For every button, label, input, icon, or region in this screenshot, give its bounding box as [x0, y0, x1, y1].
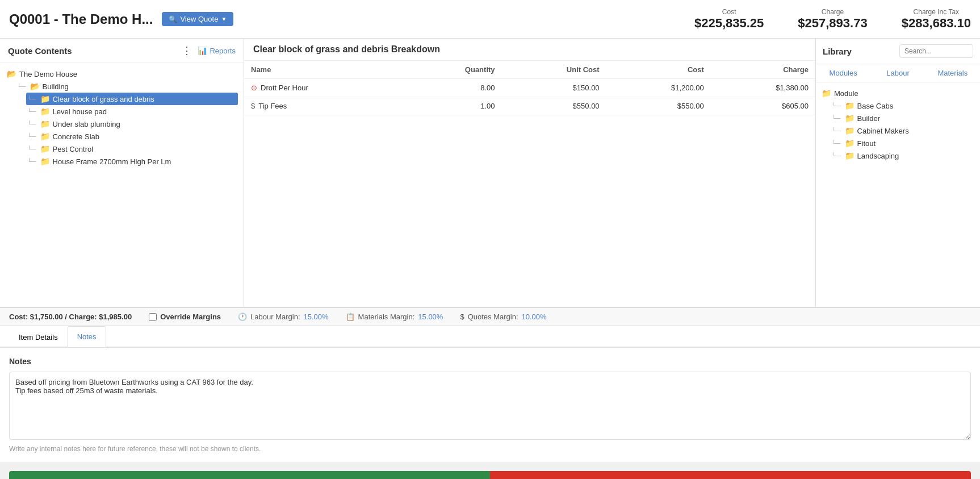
table-row[interactable]: ⊙Drott Per Hour 8.00 $150.00 $1,200.00 $…	[244, 79, 815, 97]
content-area: Clear block of grass and debris Breakdow…	[244, 39, 815, 307]
tree-item[interactable]: └─📁Under slab plumbing	[26, 118, 238, 130]
tree-item[interactable]: └─📁House Frame 2700mm High Per Lm	[26, 155, 238, 168]
chevron-down-icon: ▼	[221, 16, 227, 22]
row-name: $Tip Fees	[244, 97, 404, 115]
tree-area: 📂The Demo House└─📂Building└─📁Clear block…	[0, 63, 244, 307]
breakdown-title: Clear block of grass and debris Breakdow…	[244, 39, 815, 61]
cost-value: $225,835.25	[694, 16, 764, 31]
row-name: ⊙Drott Per Hour	[244, 79, 404, 97]
tree-item[interactable]: └─📂Building	[16, 80, 238, 93]
tree-item-label: Concrete Slab	[53, 132, 99, 141]
tabs-row: Item Details Notes	[0, 326, 980, 347]
search-icon: 🔍	[169, 15, 177, 23]
sidebar-actions: ⋮ 📊 Reports	[182, 44, 236, 57]
charge-separator: / Charge:	[65, 313, 97, 321]
tab-item-details[interactable]: Item Details	[9, 326, 68, 347]
sidebar-title: Quote Contents	[8, 46, 72, 56]
clock-icon: ⊙	[251, 84, 257, 92]
lib-tree-item-label: Builder	[857, 114, 880, 123]
main-layout: Quote Contents ⋮ 📊 Reports 📂The Demo Hou…	[0, 39, 980, 307]
folder-icon: 📁	[40, 157, 50, 166]
reports-label: Reports	[210, 47, 236, 55]
col-charge: Charge	[711, 61, 815, 79]
top-header: Q0001 - The Demo H... 🔍 View Quote ▼ Cos…	[0, 0, 980, 39]
lib-tree-item[interactable]: └─📁Cabinet Makers	[832, 124, 974, 137]
row-cost: $550.00	[606, 97, 711, 115]
library-panel: Library Modules Labour Materials 📁Module…	[815, 39, 980, 307]
sidebar-header: Quote Contents ⋮ 📊 Reports	[0, 39, 244, 63]
tree-item[interactable]: └─📁Pest Control	[26, 143, 238, 155]
override-margins-checkbox[interactable]	[149, 313, 157, 321]
materials-margin: 📋 Materials Margin: 15.00%	[346, 313, 443, 321]
quotes-margin-label: Quotes Margin:	[468, 313, 518, 321]
status-bar: Cost: $1,750.00 / Charge: $1,985.00 Over…	[0, 307, 980, 326]
folder-icon: 📁	[822, 89, 831, 98]
folder-icon: 📁	[845, 101, 855, 110]
col-name: Name	[244, 61, 404, 79]
view-quote-button[interactable]: 🔍 View Quote ▼	[162, 12, 233, 26]
clock-icon: 🕐	[238, 313, 247, 321]
folder-icon: 📁	[845, 114, 855, 123]
tree-item[interactable]: 📂The Demo House	[6, 68, 238, 80]
row-unit-cost: $150.00	[502, 79, 606, 97]
library-tree: 📁Module└─📁Base Cabs└─📁Builder└─📁Cabinet …	[816, 82, 980, 307]
folder-icon: 📁	[845, 151, 855, 160]
library-header: Library	[816, 39, 980, 64]
lib-tree-item[interactable]: └─📁Fitout	[832, 137, 974, 149]
reports-button[interactable]: 📊 Reports	[198, 46, 236, 55]
row-quantity: 1.00	[404, 97, 502, 115]
tree-item[interactable]: └─📁Clear block of grass and debris	[26, 93, 238, 105]
col-unit-cost: Unit Cost	[502, 61, 606, 79]
tab-materials[interactable]: Materials	[925, 64, 980, 82]
tabs-section: Item Details Notes	[0, 326, 980, 348]
row-charge: $1,380.00	[711, 79, 815, 97]
sidebar: Quote Contents ⋮ 📊 Reports 📂The Demo Hou…	[0, 39, 244, 307]
dollar-icon: $	[460, 313, 464, 321]
cancel-button[interactable]: Cancel	[490, 471, 971, 479]
tree-item-label: The Demo House	[19, 70, 77, 78]
col-quantity: Quantity	[404, 61, 502, 79]
header-stats: Cost $225,835.25 Charge $257,893.73 Char…	[694, 8, 971, 31]
lib-tree-item-label: Landscaping	[857, 152, 899, 160]
dots-menu-icon[interactable]: ⋮	[182, 44, 192, 57]
lib-tree-item[interactable]: └─📁Base Cabs	[832, 99, 974, 112]
cost-stat: Cost $225,835.25	[694, 8, 764, 31]
tab-notes[interactable]: Notes	[68, 326, 106, 347]
lib-tree-item[interactable]: 📁Module	[822, 87, 974, 99]
save-button[interactable]: Save	[9, 471, 490, 479]
labour-margin-value: 15.00%	[304, 313, 329, 321]
library-search-input[interactable]	[899, 44, 973, 58]
lib-tree-item[interactable]: └─📁Landscaping	[832, 149, 974, 162]
tree-item[interactable]: └─📁Concrete Slab	[26, 130, 238, 143]
lib-tree-item-label: Cabinet Makers	[857, 127, 909, 135]
folder-icon: 📁	[40, 107, 50, 116]
view-quote-label: View Quote	[180, 15, 218, 23]
action-buttons: Save Cancel	[0, 462, 980, 479]
tree-item-label: Pest Control	[53, 145, 94, 153]
tab-labour[interactable]: Labour	[870, 64, 925, 82]
dollar-icon: $	[251, 102, 255, 110]
status-cost: Cost: $1,750.00 / Charge: $1,985.00	[9, 313, 132, 321]
row-charge: $605.00	[711, 97, 815, 115]
table-row[interactable]: $Tip Fees 1.00 $550.00 $550.00 $605.00	[244, 97, 815, 115]
override-label: Override Margins	[160, 313, 221, 321]
materials-margin-label: Materials Margin:	[358, 313, 415, 321]
table-icon: 📋	[346, 313, 355, 321]
col-cost: Cost	[606, 61, 711, 79]
lib-tree-item-label: Base Cabs	[857, 102, 894, 110]
notes-section: Notes Write any internal notes here for …	[0, 348, 980, 462]
lib-tree-item[interactable]: └─📁Builder	[832, 112, 974, 124]
tree-item[interactable]: └─📁Level house pad	[26, 105, 238, 118]
folder-icon: 📁	[845, 126, 855, 135]
override-margins-checkbox-label[interactable]: Override Margins	[149, 313, 221, 321]
labour-margin-label: Labour Margin:	[250, 313, 300, 321]
cost-value: $1,750.00	[30, 313, 63, 321]
lib-tree-item-label: Module	[834, 89, 858, 98]
charge-label: Charge	[798, 8, 867, 16]
notes-heading: Notes	[9, 357, 971, 366]
notes-textarea[interactable]	[9, 372, 971, 440]
notes-hint: Write any internal notes here for future…	[9, 445, 971, 453]
tab-modules[interactable]: Modules	[816, 64, 870, 82]
cost-label: Cost	[694, 8, 764, 16]
cost-label: Cost:	[9, 313, 28, 321]
